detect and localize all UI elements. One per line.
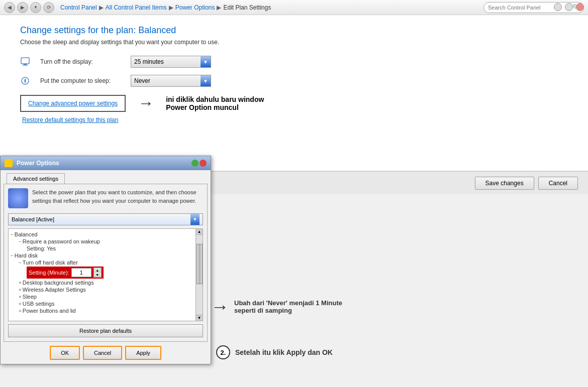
dialog-cancel-button[interactable]: Cancel <box>83 346 122 360</box>
power-plan-icon <box>8 188 28 208</box>
cancel-button-main[interactable]: Cancel <box>538 177 578 190</box>
breadcrumb-edit-plan: Edit Plan Settings <box>223 4 271 11</box>
breadcrumb: Control Panel ▶ All Control Panel Items … <box>60 4 271 11</box>
change-advanced-link-box: Change advanced power settings <box>20 95 126 112</box>
dialog-close-button[interactable] <box>200 160 207 167</box>
tree-expand-harddisk: − <box>11 253 14 259</box>
tree-expand-wireless: + <box>19 287 22 293</box>
tree-label-setting-yes: Setting: Yes <box>27 245 56 251</box>
display-label: Turn off the display: <box>40 58 121 65</box>
tree-item-power-buttons[interactable]: + Power buttons and lid <box>11 307 201 314</box>
display-dropdown[interactable]: 25 minutes ▼ <box>131 56 211 68</box>
dropdown-button[interactable]: ▼ <box>30 2 41 13</box>
setting-minute-input[interactable] <box>71 268 91 277</box>
save-changes-button[interactable]: Save changes <box>475 177 534 190</box>
scrollbar-thumb[interactable] <box>197 244 203 284</box>
restore-link[interactable]: Restore default settings for this plan <box>22 116 118 123</box>
setting-minute-label: Setting (Minute): <box>29 270 69 276</box>
tree-label-harddisk: Hard disk <box>15 252 38 259</box>
sleep-dropdown-arrow: ▼ <box>201 75 211 86</box>
tree-expand-sleep: + <box>19 294 22 300</box>
power-options-dialog: ⚡ Power Options Advanced settings Select… <box>0 156 211 364</box>
dialog-titlebar: ⚡ Power Options <box>1 156 211 170</box>
sleep-label: Put the computer to sleep: <box>40 77 121 84</box>
svg-rect-0 <box>21 58 29 64</box>
arrow-right-2: → <box>211 296 229 317</box>
breadcrumb-control-panel[interactable]: Control Panel <box>60 4 97 11</box>
scrollbar-down[interactable]: ▼ <box>196 315 203 321</box>
tree-expand-turnoff: − <box>19 260 22 266</box>
annotation-2-circle: 2. <box>216 345 230 359</box>
setting-highlight-box: Setting (Minute): ▲ ▼ <box>27 267 104 279</box>
note1-line1: Ubah dari 'Never' menjadi 1 Minute <box>234 299 342 307</box>
tree-expand-power-buttons: + <box>19 308 22 314</box>
annotation-line2: Power Option muncul <box>166 103 264 111</box>
tree-label-usb: USB settings <box>23 301 55 307</box>
tree-label-power-buttons: Power buttons and lid <box>23 308 76 314</box>
advanced-settings-tab[interactable]: Advanced settings <box>7 173 65 184</box>
back-button[interactable]: ◀ <box>4 2 15 13</box>
refresh-button[interactable]: ⟳ <box>43 2 54 13</box>
display-value: 25 minutes <box>134 58 201 65</box>
dialog-apply-button[interactable]: Apply <box>125 346 161 360</box>
svg-rect-2 <box>23 65 28 66</box>
sleep-dropdown[interactable]: Never ▼ <box>131 75 211 87</box>
tree-label-balanced: Balanced <box>15 231 38 237</box>
tree-item-sleep[interactable]: + Sleep <box>11 293 201 300</box>
sleep-icon <box>20 76 30 86</box>
breadcrumb-power-options[interactable]: Power Options <box>175 4 215 11</box>
dialog-ok-button[interactable]: OK <box>50 346 80 360</box>
advanced-section: Change advanced power settings → ini dik… <box>20 94 568 123</box>
maximize-button[interactable] <box>565 3 573 11</box>
main-content: Change settings for the plan: Balanced C… <box>0 15 588 171</box>
dialog-controls <box>191 160 207 167</box>
scrollbar[interactable]: ▲ ▼ <box>195 229 203 321</box>
sleep-value: Never <box>134 77 201 84</box>
tree-label-wireless: Wireless Adapter Settings <box>23 287 86 293</box>
display-dropdown-arrow: ▼ <box>201 56 211 67</box>
tree-expand-balanced: − <box>11 232 14 237</box>
dialog-app-icon: ⚡ <box>5 159 13 167</box>
nav-section: ◀ ▶ ▼ ⟳ Control Panel ▶ All Control Pane… <box>4 2 584 13</box>
annotation-2: 2. Setelah itu klik Apply dan OK <box>216 345 333 359</box>
tree-label-sleep: Sleep <box>23 294 37 300</box>
setting-spinner[interactable]: ▲ ▼ <box>93 268 102 278</box>
tree-item-harddisk[interactable]: − Hard disk <box>11 252 201 259</box>
tree-label-password: Require a password on wakeup <box>23 238 100 244</box>
forward-button[interactable]: ▶ <box>17 2 28 13</box>
window-controls <box>554 3 584 11</box>
tree-content: − Balanced − Require a password on wakeu… <box>9 229 203 316</box>
annotation-line1: ini diklik dahulu baru window <box>166 95 264 103</box>
close-button[interactable] <box>576 3 584 11</box>
spinner-down[interactable]: ▼ <box>94 273 101 277</box>
plan-title: Change settings for the plan: Balanced <box>20 25 568 36</box>
tree-item-password[interactable]: − Require a password on wakeup <box>11 238 201 245</box>
tree-item-turnoff[interactable]: − Turn off hard disk after <box>11 259 201 266</box>
breadcrumb-all-items[interactable]: All Control Panel Items <box>106 4 167 11</box>
dialog-minimize-button[interactable] <box>191 160 199 167</box>
change-advanced-link[interactable]: Change advanced power settings <box>28 100 118 107</box>
note1-line2: seperti di samping <box>234 307 342 314</box>
minimize-button[interactable] <box>554 3 562 11</box>
dialog-description: Select the power plan that you want to c… <box>8 188 203 208</box>
breadcrumb-sep-1: ▶ <box>99 4 104 11</box>
annotation-2-text: Setelah itu klik Apply dan OK <box>235 348 333 356</box>
restore-plan-defaults-button[interactable]: Restore plan defaults <box>8 324 203 337</box>
change-advanced-row: Change advanced power settings → ini dik… <box>20 94 568 112</box>
titlebar: ◀ ▶ ▼ ⟳ Control Panel ▶ All Control Pane… <box>0 0 588 15</box>
desc-text: Select the power plan that you want to c… <box>32 188 203 208</box>
plan-select-value: Balanced [Active] <box>12 216 54 222</box>
tree-item-setting-yes: Setting: Yes <box>11 245 201 252</box>
tree-item-balanced[interactable]: − Balanced <box>11 231 201 238</box>
tree-item-setting-minute[interactable]: Setting (Minute): ▲ ▼ <box>11 266 201 279</box>
plan-select-dropdown[interactable]: Balanced [Active] ▼ <box>8 213 203 225</box>
tree-expand-password: − <box>19 239 22 244</box>
tree-expand-usb: + <box>19 301 22 307</box>
tree-item-wireless[interactable]: + Wireless Adapter Settings <box>11 286 201 293</box>
spinner-up[interactable]: ▲ <box>94 268 101 273</box>
tree-item-desktop-bg[interactable]: + Desktop background settings <box>11 279 201 286</box>
tree-item-usb[interactable]: + USB settings <box>11 300 201 307</box>
annotation-note-text: Ubah dari 'Never' menjadi 1 Minute seper… <box>234 299 342 314</box>
scrollbar-up[interactable]: ▲ <box>196 229 203 235</box>
annotation-note-area: → Ubah dari 'Never' menjadi 1 Minute sep… <box>211 296 342 317</box>
